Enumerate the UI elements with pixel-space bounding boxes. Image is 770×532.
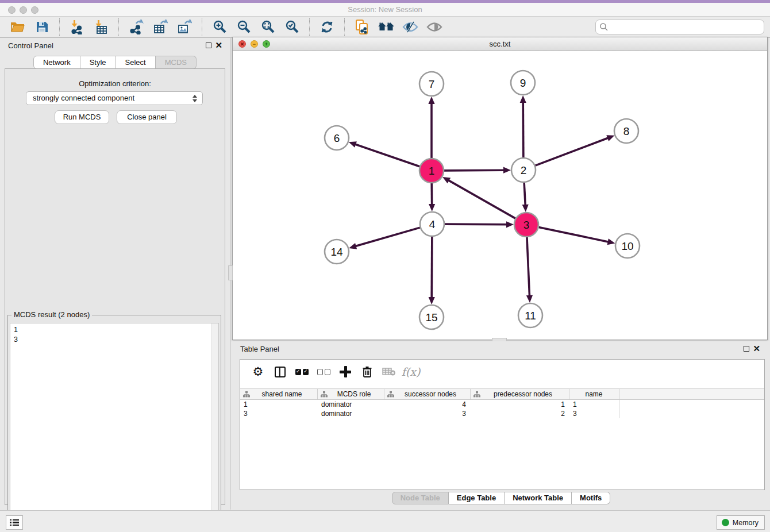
export-image-icon[interactable] xyxy=(176,18,193,36)
cell-name[interactable]: 1 xyxy=(569,400,619,409)
arrowhead-icon xyxy=(506,221,514,228)
export-network-icon[interactable] xyxy=(128,18,145,36)
edge-1-2[interactable] xyxy=(444,170,505,171)
search-field[interactable] xyxy=(595,20,764,34)
network-node-1[interactable]: 1 xyxy=(419,159,444,183)
table-row[interactable]: 1 dominator 4 1 1 xyxy=(240,400,764,409)
zoom-selected-icon[interactable] xyxy=(283,18,301,36)
cell-shared-name[interactable]: 1 xyxy=(240,400,318,409)
close-panel-icon[interactable]: ✕ xyxy=(753,344,760,354)
edge-1-6[interactable] xyxy=(355,144,419,167)
control-panel: Control Panel ✕ Network Style Select MCD… xyxy=(0,38,230,510)
open-file-icon[interactable] xyxy=(9,18,26,36)
hierarchy-icon xyxy=(243,391,250,398)
tab-mcds[interactable]: MCDS xyxy=(156,56,197,69)
zoom-out-icon[interactable] xyxy=(235,18,252,36)
arrowhead-icon xyxy=(429,204,435,211)
network-canvas[interactable]: 7968124314101511 xyxy=(233,51,767,340)
hide-panel-eye-slash-icon[interactable] xyxy=(402,18,419,36)
node-table[interactable]: shared name MCDS role successor nodes pr… xyxy=(240,388,764,418)
zoom-in-icon[interactable] xyxy=(211,18,228,36)
network-node-14[interactable]: 14 xyxy=(325,240,349,264)
close-panel-icon[interactable]: ✕ xyxy=(215,40,222,51)
criterion-dropdown[interactable]: strongly connected component xyxy=(26,91,203,105)
task-history-button[interactable] xyxy=(6,515,23,530)
cell-predecessor-nodes[interactable]: 2 xyxy=(471,409,569,418)
network-view-titlebar[interactable]: ✕ − + scc.txt xyxy=(233,37,767,51)
result-scrollbar[interactable] xyxy=(211,323,218,531)
clone-network-icon[interactable] xyxy=(353,18,371,36)
network-node-4[interactable]: 4 xyxy=(420,212,444,236)
network-node-6[interactable]: 6 xyxy=(325,126,349,150)
tab-style[interactable]: Style xyxy=(80,56,116,69)
arrowhead-icon xyxy=(607,238,615,245)
float-panel-icon[interactable] xyxy=(744,346,749,352)
edge-3-1[interactable] xyxy=(448,180,515,218)
select-all-checkboxes-icon[interactable] xyxy=(294,364,309,379)
edge-3-11[interactable] xyxy=(527,237,530,296)
deselect-all-checkboxes-icon[interactable] xyxy=(316,364,331,379)
search-input[interactable] xyxy=(595,20,764,34)
refresh-layout-icon[interactable] xyxy=(318,18,336,36)
network-node-7[interactable]: 7 xyxy=(419,72,444,96)
vertical-splitter-grip[interactable] xyxy=(228,265,233,280)
network-node-9[interactable]: 9 xyxy=(511,71,535,95)
cell-name[interactable]: 3 xyxy=(569,409,619,418)
cell-successor-nodes[interactable]: 3 xyxy=(384,409,471,418)
gear-icon[interactable]: ⚙ xyxy=(251,364,265,379)
import-network-icon[interactable] xyxy=(68,18,86,36)
tab-network[interactable]: Network xyxy=(33,56,80,69)
toolbar-separator xyxy=(59,18,60,36)
add-column-icon[interactable] xyxy=(338,364,353,379)
tab-select[interactable]: Select xyxy=(116,56,156,69)
delete-icon[interactable] xyxy=(360,364,375,379)
edge-2-9[interactable] xyxy=(523,102,523,157)
criterion-dropdown-value: strongly connected component xyxy=(33,94,134,102)
split-columns-icon[interactable] xyxy=(272,364,287,379)
cell-mcds-role[interactable]: dominator xyxy=(318,409,384,418)
edge-2-3[interactable] xyxy=(524,183,525,206)
close-panel-button[interactable]: Close panel xyxy=(117,110,177,124)
tab-edge-table[interactable]: Edge Table xyxy=(449,492,505,504)
edge-4-15[interactable] xyxy=(432,237,432,298)
cell-predecessor-nodes[interactable]: 1 xyxy=(471,400,569,409)
home-network-icon[interactable] xyxy=(378,18,395,36)
network-node-3[interactable]: 3 xyxy=(514,213,538,237)
mcds-result-textarea[interactable]: 1 3 xyxy=(10,323,219,532)
mcds-result-group: MCDS result (2 nodes) 1 3 xyxy=(7,315,221,532)
cell-shared-name[interactable]: 3 xyxy=(240,409,318,418)
edge-3-10[interactable] xyxy=(539,228,609,242)
table-toolbar: ⚙ f(x) xyxy=(240,360,764,384)
tab-node-table[interactable]: Node Table xyxy=(392,492,449,504)
network-node-10[interactable]: 10 xyxy=(615,234,640,258)
table-row[interactable]: 3 dominator 3 2 3 xyxy=(240,409,764,418)
arrowhead-icon xyxy=(520,95,526,103)
network-node-2[interactable]: 2 xyxy=(511,158,536,182)
column-header[interactable]: shared name xyxy=(240,389,318,399)
node-label: 1 xyxy=(429,165,435,177)
import-table-icon[interactable] xyxy=(93,18,110,36)
tab-network-table[interactable]: Network Table xyxy=(505,492,572,504)
edge-4-3[interactable] xyxy=(445,224,507,225)
edge-2-8[interactable] xyxy=(536,138,609,165)
network-node-8[interactable]: 8 xyxy=(614,119,638,143)
network-node-15[interactable]: 15 xyxy=(419,305,444,329)
zoom-fit-icon[interactable] xyxy=(259,18,276,36)
node-label: 14 xyxy=(330,246,343,258)
export-table-icon[interactable] xyxy=(152,18,169,36)
column-header[interactable]: successor nodes xyxy=(384,389,471,399)
node-label: 6 xyxy=(334,132,340,144)
save-session-icon[interactable] xyxy=(33,18,51,36)
column-header[interactable]: name xyxy=(569,389,619,399)
column-header[interactable]: MCDS role xyxy=(318,389,384,399)
memory-button[interactable]: Memory xyxy=(717,515,765,530)
cell-mcds-role[interactable]: dominator xyxy=(318,400,384,409)
float-panel-icon[interactable] xyxy=(206,43,211,48)
network-node-11[interactable]: 11 xyxy=(518,303,542,327)
arrowhead-icon xyxy=(428,97,434,104)
run-mcds-button[interactable]: Run MCDS xyxy=(55,110,109,124)
cell-successor-nodes[interactable]: 4 xyxy=(384,400,471,409)
edge-4-14[interactable] xyxy=(355,228,420,246)
column-header[interactable]: predecessor nodes xyxy=(471,389,569,399)
tab-motifs[interactable]: Motifs xyxy=(572,492,610,504)
